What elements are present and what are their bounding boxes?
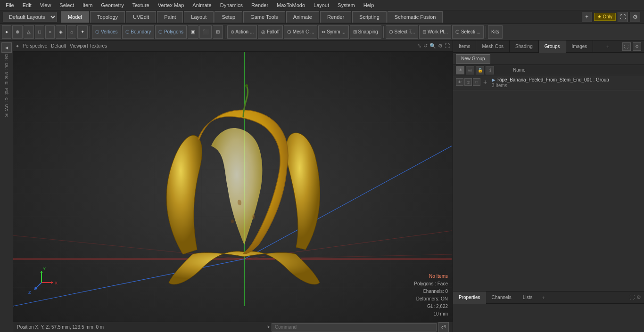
viewport-shading[interactable]: Default	[51, 43, 66, 49]
add-layout-icon[interactable]: +	[582, 12, 592, 22]
lower-tab-add[interactable]: +	[538, 293, 548, 302]
menu-geometry[interactable]: Geometry	[97, 1, 127, 9]
viewport-header: ● Perspective Default Viewport Textures …	[13, 40, 453, 52]
tab-uvedit[interactable]: UVEdit	[126, 11, 156, 23]
sidebar-label-f: F:	[3, 113, 10, 118]
menu-select[interactable]: Select	[56, 1, 78, 9]
tab-model[interactable]: Model	[61, 11, 89, 23]
group-render-icon[interactable]: ◎	[464, 78, 472, 86]
menu-vertex-map[interactable]: Vertex Map	[154, 1, 188, 9]
command-input[interactable]	[272, 323, 437, 332]
polygons-btn[interactable]: ⬡ Polygons	[155, 25, 187, 39]
snapping-btn[interactable]: ⊞ Snapping	[350, 25, 381, 39]
lower-tab-channels[interactable]: Channels	[486, 292, 517, 304]
sidebar-label-du: Du:	[3, 62, 10, 71]
star-btn[interactable]: ✦	[77, 25, 88, 39]
group-eye-icon[interactable]: 👁	[456, 78, 463, 86]
sidebar-label-e: E:	[3, 81, 10, 87]
menu-dynamics[interactable]: Dynamics	[216, 1, 247, 9]
layout-bar: Default Layouts Model Topology UVEdit Pa…	[0, 10, 644, 24]
tab-render[interactable]: Render	[320, 11, 351, 23]
kits-btn[interactable]: Kits	[488, 25, 503, 39]
menu-item[interactable]: Item	[79, 1, 96, 9]
command-submit[interactable]: ⏎	[438, 322, 449, 332]
tab-scripting[interactable]: Scripting	[352, 11, 387, 23]
scale-label: 10 mm	[414, 310, 448, 318]
layout-dropdown[interactable]: Default Layouts	[3, 12, 57, 22]
settings-icon[interactable]: ⚙	[630, 12, 640, 22]
viewport-expand-icon[interactable]: ⛶	[445, 43, 450, 49]
transform-sq-btn[interactable]: □	[35, 25, 44, 39]
viewport-zoom-icon[interactable]: 🔍	[429, 43, 436, 49]
lower-tab-lists[interactable]: Lists	[517, 292, 538, 304]
viewport-camera[interactable]: Perspective	[23, 43, 47, 49]
main-area: ◀ De: Du: Me: E: Pol: C: UV: F: ● Perspe…	[0, 40, 644, 332]
menu-animate[interactable]: Animate	[189, 1, 215, 9]
select-circle-btn[interactable]: ●	[2, 25, 11, 39]
menu-system[interactable]: System	[334, 1, 359, 9]
tab-game-tools[interactable]: Game Tools	[243, 11, 285, 23]
menu-maxtomodo[interactable]: MaxToModo	[273, 1, 309, 9]
panel-eye-icon[interactable]: 👁	[456, 66, 464, 74]
lower-expand-icon[interactable]: ⛶	[629, 294, 635, 300]
vertices-btn[interactable]: ⬡ Vertices	[92, 25, 121, 39]
fullscreen-icon[interactable]: ⛶	[618, 12, 628, 22]
new-group-button[interactable]: New Group	[456, 54, 490, 64]
menu-view[interactable]: View	[36, 1, 55, 9]
falloff-btn[interactable]: ◎ Falloff	[258, 25, 283, 39]
action-btn[interactable]: ⊙ Action ...	[227, 25, 257, 39]
home-btn[interactable]: ⌂	[67, 25, 76, 39]
panel-expand-icon[interactable]: ⛶	[622, 42, 631, 51]
solid-icon-btn[interactable]: ⬛	[199, 25, 212, 39]
tab-groups[interactable]: Groups	[539, 40, 566, 53]
panel-render-icon[interactable]: ◎	[466, 66, 474, 74]
viewport-display[interactable]: Viewport Textures	[70, 43, 107, 49]
viewport-dot[interactable]: ●	[16, 43, 19, 49]
tab-setup[interactable]: Setup	[215, 11, 242, 23]
separator-4	[486, 26, 486, 38]
viewport-move-icon[interactable]: ⤡	[417, 43, 421, 49]
select-tool-btn[interactable]: ⬡ Select T...	[386, 25, 419, 39]
menu-texture[interactable]: Texture	[129, 1, 153, 9]
mode-icon-btn[interactable]: ▣	[188, 25, 198, 39]
group-lock-icon[interactable]: □	[473, 78, 480, 86]
tab-mesh-ops[interactable]: Mesh Ops	[476, 40, 510, 53]
panel-settings-icon[interactable]: ⚙	[633, 42, 641, 51]
viewport[interactable]: X Y Z No Items Polygons : Face Channels:…	[13, 52, 453, 322]
sidebar-toggle[interactable]: ◀	[1, 42, 12, 53]
boundary-btn[interactable]: ⬡ Boundary	[122, 25, 155, 39]
panel-lock-icon[interactable]: 🔒	[476, 66, 484, 74]
symm-btn[interactable]: ⇔ Symm ...	[318, 25, 348, 39]
menu-render[interactable]: Render	[248, 1, 272, 9]
menu-edit[interactable]: Edit	[19, 1, 35, 9]
transform-tri-btn[interactable]: △	[24, 25, 34, 39]
solid-icon-btn2[interactable]: ⊞	[213, 25, 223, 39]
origin-btn[interactable]: ⊕	[12, 25, 23, 39]
tab-items[interactable]: Items	[453, 40, 476, 53]
tab-animate[interactable]: Animate	[286, 11, 319, 23]
separator-1	[90, 26, 90, 38]
tab-paint[interactable]: Paint	[157, 11, 183, 23]
menu-help[interactable]: Help	[360, 1, 378, 9]
group-add-icon[interactable]: +	[481, 78, 489, 86]
transform-dia-btn[interactable]: ◈	[56, 25, 66, 39]
tab-shading[interactable]: Shading	[510, 40, 539, 53]
group-item-0[interactable]: 👁 ◎ □ + ▶ Ripe_Banana_Peeled_From_Stem_E…	[453, 75, 644, 90]
menu-layout[interactable]: Layout	[310, 1, 333, 9]
viewport-settings-icon[interactable]: ⚙	[438, 43, 443, 49]
tab-images[interactable]: Images	[566, 40, 594, 53]
transform-circ-btn[interactable]: ○	[45, 25, 55, 39]
lower-tab-properties[interactable]: Properties	[453, 292, 486, 304]
panel-info-icon[interactable]: ℹ	[486, 66, 494, 74]
lower-settings-icon[interactable]: ⚙	[636, 294, 641, 300]
menu-file[interactable]: File	[2, 1, 18, 9]
panel-tab-add[interactable]: +	[603, 42, 613, 51]
tab-schematic[interactable]: Schematic Fusion	[388, 11, 443, 23]
tab-layout[interactable]: Layout	[184, 11, 214, 23]
work-plane-btn[interactable]: ⊟ Work Pl...	[419, 25, 451, 39]
only-badge[interactable]: ★ Only	[594, 13, 616, 21]
viewport-rotate-icon[interactable]: ↺	[423, 43, 428, 49]
tab-topology[interactable]: Topology	[90, 11, 125, 23]
mesh-c-btn[interactable]: ⬡ Mesh C ...	[284, 25, 317, 39]
selection-btn[interactable]: ⬡ Selecti ...	[452, 25, 484, 39]
